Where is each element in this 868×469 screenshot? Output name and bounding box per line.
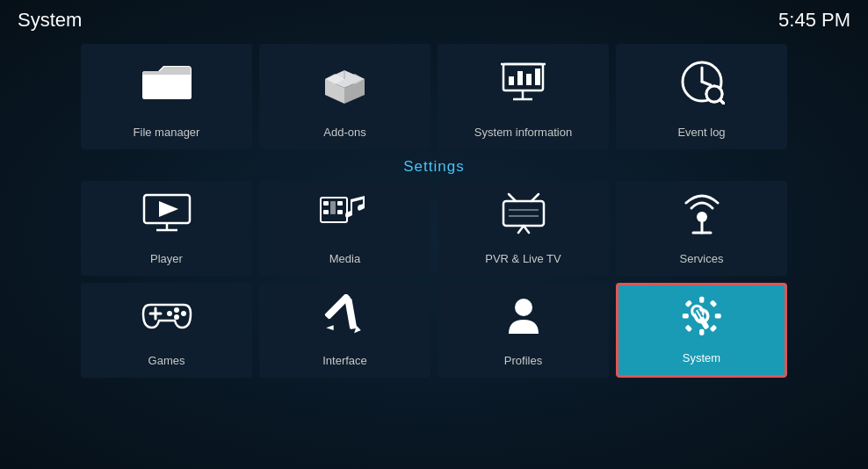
clock: 5:45 PM bbox=[778, 9, 850, 32]
settings-row-2: Games Interface bbox=[0, 283, 868, 378]
svg-rect-62 bbox=[709, 299, 717, 307]
tile-pvr-live-tv-label: PVR & Live TV bbox=[485, 252, 561, 265]
system-icon bbox=[676, 285, 727, 344]
svg-point-46 bbox=[174, 307, 179, 313]
tile-media[interactable]: Media bbox=[259, 181, 430, 276]
svg-rect-57 bbox=[699, 296, 704, 302]
svg-rect-59 bbox=[682, 314, 688, 318]
system-information-icon bbox=[499, 44, 547, 119]
svg-rect-60 bbox=[714, 314, 720, 318]
tile-services[interactable]: Services bbox=[616, 181, 787, 276]
file-manager-icon bbox=[141, 44, 193, 119]
svg-rect-31 bbox=[337, 201, 343, 206]
tile-games[interactable]: Games bbox=[81, 283, 252, 378]
svg-rect-63 bbox=[684, 324, 692, 332]
tile-system-information-label: System information bbox=[474, 126, 572, 139]
svg-rect-58 bbox=[699, 328, 704, 335]
tile-player[interactable]: Player bbox=[81, 181, 252, 276]
page-title: System bbox=[18, 9, 82, 32]
settings-section-label: Settings bbox=[0, 158, 868, 176]
pvr-live-tv-icon bbox=[496, 181, 551, 245]
top-row: File manager A bbox=[0, 44, 868, 149]
svg-rect-32 bbox=[337, 210, 343, 214]
tile-interface[interactable]: Interface bbox=[259, 283, 430, 378]
add-ons-icon bbox=[321, 44, 369, 119]
tile-file-manager-label: File manager bbox=[134, 126, 200, 139]
svg-line-18 bbox=[702, 82, 711, 85]
tile-system[interactable]: System bbox=[616, 283, 787, 378]
tile-event-log-label: Event log bbox=[677, 126, 725, 139]
tile-media-label: Media bbox=[329, 252, 360, 265]
svg-rect-64 bbox=[709, 324, 717, 332]
svg-rect-34 bbox=[503, 201, 544, 226]
svg-rect-30 bbox=[323, 210, 329, 214]
tile-player-label: Player bbox=[150, 252, 183, 265]
tile-profiles[interactable]: Profiles bbox=[438, 283, 609, 378]
svg-rect-33 bbox=[330, 201, 336, 214]
event-log-icon bbox=[679, 44, 725, 119]
svg-point-48 bbox=[174, 314, 179, 320]
header: System 5:45 PM bbox=[0, 0, 868, 40]
services-icon bbox=[679, 181, 725, 245]
settings-row-1: Player Media bbox=[0, 181, 868, 276]
tile-profiles-label: Profiles bbox=[504, 354, 542, 367]
svg-rect-12 bbox=[535, 69, 540, 85]
tile-add-ons[interactable]: Add-ons bbox=[259, 44, 430, 149]
tile-add-ons-label: Add-ons bbox=[323, 126, 365, 139]
svg-rect-29 bbox=[323, 201, 329, 206]
tile-services-label: Services bbox=[680, 252, 724, 265]
svg-marker-51 bbox=[326, 322, 336, 332]
player-icon bbox=[141, 181, 193, 245]
tile-event-log[interactable]: Event log bbox=[616, 44, 787, 149]
games-icon bbox=[140, 283, 194, 347]
svg-rect-52 bbox=[344, 298, 357, 329]
tile-system-label: System bbox=[683, 351, 720, 364]
svg-rect-10 bbox=[517, 71, 523, 85]
tile-games-label: Games bbox=[148, 354, 185, 367]
media-icon bbox=[319, 181, 372, 245]
tile-file-manager[interactable]: File manager bbox=[81, 44, 252, 149]
interface-icon bbox=[321, 283, 369, 347]
svg-point-54 bbox=[515, 299, 532, 316]
svg-rect-61 bbox=[684, 299, 692, 307]
svg-rect-11 bbox=[526, 74, 532, 85]
svg-rect-1 bbox=[142, 73, 192, 99]
svg-line-23 bbox=[720, 100, 725, 105]
svg-point-47 bbox=[181, 311, 186, 316]
svg-point-49 bbox=[167, 311, 172, 316]
svg-point-41 bbox=[697, 212, 707, 222]
svg-rect-9 bbox=[509, 76, 514, 85]
profiles-icon bbox=[502, 283, 546, 347]
tile-pvr-live-tv[interactable]: PVR & Live TV bbox=[438, 181, 609, 276]
tile-interface-label: Interface bbox=[322, 354, 367, 367]
svg-marker-25 bbox=[159, 201, 178, 217]
tile-system-information[interactable]: System information bbox=[438, 44, 609, 149]
